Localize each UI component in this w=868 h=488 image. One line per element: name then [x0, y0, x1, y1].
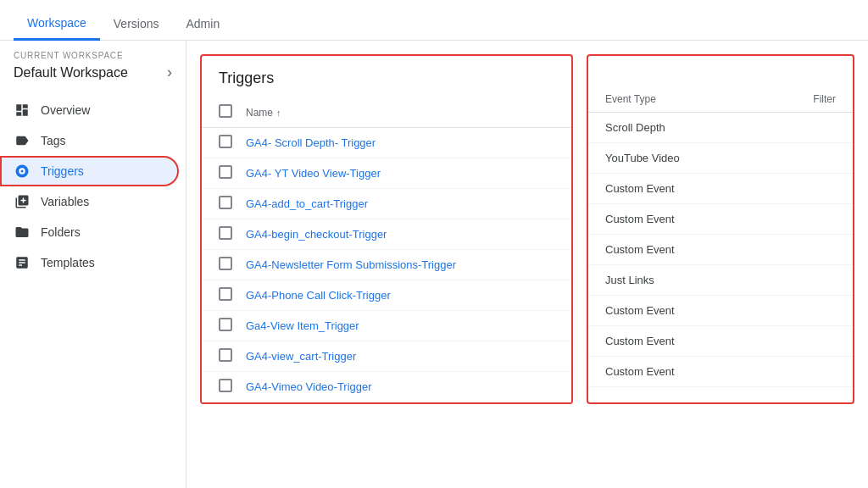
- main-layout: CURRENT WORKSPACE Default Workspace › Ov…: [0, 41, 868, 488]
- row-checkbox[interactable]: [219, 287, 232, 301]
- filter-label[interactable]: Filter: [813, 93, 836, 105]
- event-type-row: Custom Event: [588, 296, 853, 326]
- table-row[interactable]: GA4- Scroll Depth- Trigger: [202, 128, 571, 158]
- event-type-column-label: Event Type: [605, 93, 656, 105]
- row-checkbox[interactable]: [219, 348, 232, 362]
- main-content: Triggers Name ↑ GA4- Scroll Depth- Trigg…: [186, 41, 868, 488]
- sidebar-item-label-overview: Overview: [41, 103, 90, 117]
- row-checkbox[interactable]: [219, 318, 232, 331]
- row-checkbox[interactable]: [219, 257, 232, 270]
- row-checkbox-col: [219, 196, 246, 212]
- table-row[interactable]: GA4-add_to_cart-Trigger: [202, 189, 571, 219]
- table-row[interactable]: Ga4-View Item_Trigger: [202, 311, 571, 341]
- trigger-name[interactable]: GA4- Scroll Depth- Trigger: [246, 136, 376, 149]
- table-row[interactable]: GA4-Phone Call Click-Trigger: [202, 280, 571, 311]
- trigger-name[interactable]: GA4-add_to_cart-Trigger: [246, 197, 368, 210]
- row-checkbox[interactable]: [219, 196, 232, 209]
- trigger-name[interactable]: GA4-Newsletter Form Submissions-Trigger: [246, 258, 456, 271]
- table-row[interactable]: GA4-Newsletter Form Submissions-Trigger: [202, 250, 571, 280]
- sidebar-item-folders[interactable]: Folders: [0, 217, 179, 247]
- sort-arrow-icon[interactable]: ↑: [276, 108, 281, 118]
- sidebar-item-label-triggers: Triggers: [41, 164, 84, 178]
- trigger-name[interactable]: Ga4-View Item_Trigger: [246, 319, 359, 332]
- tags-icon: [14, 132, 31, 149]
- name-column-label: Name: [246, 107, 273, 119]
- workspace-section: CURRENT WORKSPACE Default Workspace ›: [0, 41, 186, 88]
- trigger-name[interactable]: GA4-Vimeo Video-Trigger: [246, 380, 372, 393]
- row-checkbox-col: [219, 165, 246, 181]
- workspace-name-button[interactable]: Default Workspace ›: [14, 64, 172, 81]
- trigger-name[interactable]: GA4-begin_checkout-Trigger: [246, 228, 387, 241]
- trigger-name[interactable]: GA4-Phone Call Click-Trigger: [246, 289, 391, 302]
- event-type-row: Just Links: [588, 265, 853, 296]
- sidebar-item-label-folders: Folders: [41, 225, 81, 239]
- overview-icon: [14, 102, 31, 119]
- row-checkbox[interactable]: [219, 226, 232, 240]
- event-type-row: Custom Event: [588, 174, 853, 204]
- top-navigation: Workspace Versions Admin: [0, 0, 868, 41]
- row-checkbox[interactable]: [219, 379, 232, 392]
- tab-workspace[interactable]: Workspace: [14, 16, 100, 41]
- current-workspace-label: CURRENT WORKSPACE: [14, 51, 172, 60]
- template-icon: [14, 254, 31, 271]
- row-checkbox-col: [219, 287, 246, 303]
- triggers-table-wrapper: Triggers Name ↑ GA4- Scroll Depth- Trigg…: [200, 54, 573, 404]
- table-header: Name ↑: [202, 97, 571, 128]
- table-row[interactable]: GA4-begin_checkout-Trigger: [202, 219, 571, 250]
- table-row[interactable]: GA4-Vimeo Video-Trigger: [202, 372, 571, 402]
- sidebar-item-label-tags: Tags: [41, 134, 66, 147]
- header-checkbox-col[interactable]: [219, 104, 246, 120]
- header-checkbox[interactable]: [219, 104, 232, 118]
- triggers-title: Triggers: [202, 56, 571, 97]
- row-checkbox[interactable]: [219, 135, 232, 148]
- event-type-row: YouTube Video: [588, 143, 853, 174]
- folder-icon: [14, 224, 31, 241]
- variables-icon: [14, 193, 31, 210]
- workspace-name-text: Default Workspace: [14, 65, 128, 80]
- sidebar-item-tags[interactable]: Tags: [0, 125, 179, 156]
- sidebar-item-overview[interactable]: Overview: [0, 95, 179, 125]
- row-checkbox[interactable]: [219, 165, 232, 179]
- sidebar-item-templates[interactable]: Templates: [0, 247, 179, 278]
- trigger-name[interactable]: GA4- YT Video View-Tigger: [246, 167, 381, 180]
- tab-admin[interactable]: Admin: [172, 17, 233, 41]
- triggers-icon: [14, 163, 31, 180]
- event-type-row: Custom Event: [588, 326, 853, 357]
- row-checkbox-col: [219, 348, 246, 364]
- event-type-header: Event Type Filter: [588, 56, 853, 113]
- event-type-row: Custom Event: [588, 235, 853, 265]
- event-type-row: Custom Event: [588, 204, 853, 235]
- table-row[interactable]: GA4-view_cart-Trigger: [202, 341, 571, 372]
- row-checkbox-col: [219, 257, 246, 273]
- trigger-name[interactable]: GA4-view_cart-Trigger: [246, 350, 356, 363]
- row-checkbox-col: [219, 318, 246, 334]
- sidebar-item-triggers[interactable]: Triggers: [0, 156, 179, 186]
- row-checkbox-col: [219, 135, 246, 151]
- table-row[interactable]: GA4- YT Video View-Tigger: [202, 158, 571, 189]
- event-type-row: Scroll Depth: [588, 113, 853, 143]
- event-type-wrapper: Event Type Filter Scroll Depth YouTube V…: [587, 54, 854, 404]
- triggers-container: Triggers Name ↑ GA4- Scroll Depth- Trigg…: [200, 54, 854, 404]
- sidebar: CURRENT WORKSPACE Default Workspace › Ov…: [0, 41, 186, 488]
- row-checkbox-col: [219, 226, 246, 242]
- name-col-header: Name ↑: [246, 107, 281, 119]
- sidebar-navigation: Overview Tags Triggers Var: [0, 88, 186, 488]
- chevron-right-icon: ›: [167, 64, 172, 81]
- sidebar-item-variables[interactable]: Variables: [0, 186, 179, 217]
- svg-point-2: [21, 170, 24, 173]
- row-checkbox-col: [219, 379, 246, 395]
- tab-versions[interactable]: Versions: [100, 17, 173, 41]
- sidebar-item-label-templates: Templates: [41, 256, 95, 269]
- sidebar-item-label-variables: Variables: [41, 195, 89, 208]
- event-type-row: Custom Event: [588, 357, 853, 387]
